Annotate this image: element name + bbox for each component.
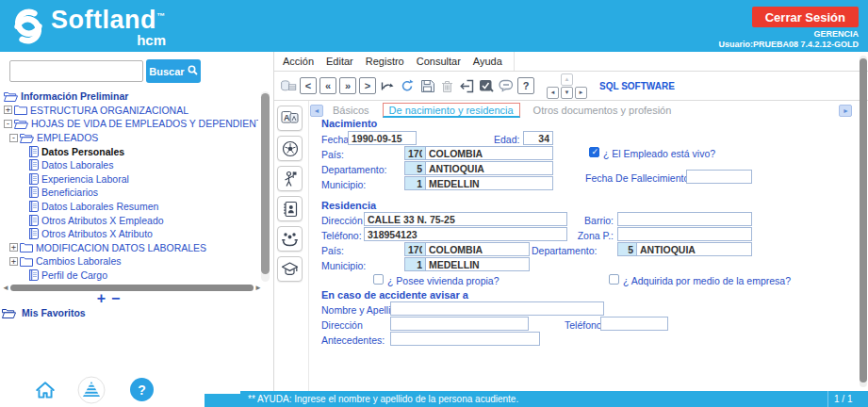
pad-left-icon[interactable]: ◄ <box>547 87 559 99</box>
tab-otros-documentos[interactable]: Otros documentos y profesión <box>524 104 681 117</box>
expand-icon[interactable]: + <box>9 257 18 266</box>
tree-item-1[interactable]: +ESTRUCTURA ORGANIZACIONAL <box>2 104 258 118</box>
municipio-nacimiento-name-input[interactable] <box>425 176 553 190</box>
hobbies-icon[interactable] <box>277 166 303 191</box>
pais-nacimiento-code-input[interactable] <box>404 146 426 160</box>
tab-basicos[interactable]: Básicos <box>323 104 379 117</box>
tree-item-10[interactable]: Otros Atributos X Atributo <box>2 227 258 241</box>
scroll-right-icon[interactable]: ► <box>254 284 262 292</box>
expand-icon[interactable]: + <box>4 106 12 114</box>
scrollbar-thumb[interactable] <box>860 58 867 383</box>
tab-scroll-left-icon[interactable]: ◄ <box>310 105 323 117</box>
approve-icon[interactable] <box>478 77 495 94</box>
nombre-apellido-input[interactable] <box>390 301 604 316</box>
first-record-icon[interactable]: « <box>319 77 336 94</box>
telefono-accidente-input[interactable] <box>600 317 668 331</box>
tree-item-0[interactable]: Información Preliminar <box>2 90 258 104</box>
expand-all-button[interactable]: + <box>94 290 108 306</box>
contacts-icon[interactable] <box>277 196 303 221</box>
municipio-residencia-code-input[interactable] <box>404 257 426 271</box>
collapse-icon[interactable]: - <box>9 134 18 142</box>
exit-icon[interactable] <box>458 77 475 94</box>
doc-icon <box>28 146 39 157</box>
fecha-nacimiento-input[interactable] <box>348 131 417 145</box>
nav-tree: Información Preliminar+ESTRUCTURA ORGANI… <box>2 90 258 283</box>
tree-item-6[interactable]: Experiencia Laboral <box>2 172 258 187</box>
tree-item-9[interactable]: Otros Atributos X Empleado <box>2 213 258 227</box>
pais-residencia-code-input[interactable] <box>404 242 426 256</box>
pyramid-icon[interactable] <box>77 376 106 407</box>
edad-input[interactable] <box>523 131 553 145</box>
tree-item-2[interactable]: -HOJAS DE VIDA DE EMPLEADOS Y DEPENDIENT… <box>2 117 258 131</box>
tree-item-label: ESTRUCTURA ORGANIZACIONAL <box>30 105 188 116</box>
alive-checkbox[interactable] <box>589 147 599 157</box>
help-circle-icon[interactable] <box>130 378 154 401</box>
search-button[interactable]: Buscar <box>146 59 201 83</box>
menu-editar[interactable]: Editar <box>326 56 353 67</box>
tree-item-8[interactable]: Datos Laborales Resumen <box>2 200 258 214</box>
doc-icon <box>28 201 39 212</box>
tree-item-11[interactable]: +MODIFICACION DATOS LABORALES <box>2 241 258 255</box>
tree-item-4[interactable]: Datos Personales <box>2 144 258 158</box>
goto-record-icon[interactable] <box>379 77 396 94</box>
prev-record-icon[interactable]: < <box>300 77 317 94</box>
adquirida-empresa-checkbox[interactable] <box>609 274 619 285</box>
main-vertical-scrollbar[interactable] <box>860 56 867 387</box>
pad-right-icon[interactable]: ► <box>575 87 587 99</box>
municipio-nacimiento-code-input[interactable] <box>404 176 426 190</box>
tree-item-13[interactable]: Perfil de Cargo <box>2 269 258 283</box>
comment-icon[interactable] <box>498 77 515 94</box>
logout-button[interactable]: Cerrar Sesión <box>752 7 859 27</box>
sports-icon[interactable] <box>277 136 303 161</box>
favorites-item[interactable]: Mis Favoritos <box>2 307 86 318</box>
tab-scroll-right-icon[interactable]: ► <box>839 105 852 117</box>
expand-icon[interactable]: + <box>9 243 18 252</box>
home-icon[interactable] <box>34 380 57 404</box>
zona-input[interactable] <box>617 227 752 241</box>
barrio-input[interactable] <box>617 212 752 226</box>
tree-item-7[interactable]: Beneficiarios <box>2 186 258 200</box>
pad-down-icon[interactable]: ▼ <box>561 87 573 99</box>
refresh-icon[interactable] <box>399 77 416 94</box>
education-icon[interactable] <box>277 256 303 282</box>
direccion-input[interactable] <box>364 212 567 226</box>
tree-item-3[interactable]: -EMPLEADOS <box>2 131 258 145</box>
tree-item-label: Información Preliminar <box>21 90 128 102</box>
languages-icon[interactable]: A <box>277 106 303 131</box>
vivienda-propia-checkbox[interactable] <box>373 274 384 285</box>
municipio-residencia-name-input[interactable] <box>425 257 530 271</box>
tree-item-label: Datos Laborales <box>41 159 113 171</box>
direccion-label: Dirección <box>321 215 363 226</box>
departamento-residencia-name-input[interactable] <box>636 242 752 256</box>
collapse-icon[interactable]: - <box>4 120 12 128</box>
direccion-accidente-input[interactable] <box>390 317 529 331</box>
collapse-all-button[interactable]: − <box>108 290 123 306</box>
menu-ayuda[interactable]: Ayuda <box>473 56 502 67</box>
menu-consultar[interactable]: Consultar <box>417 56 461 67</box>
tree-item-12[interactable]: +Cambios Laborales <box>2 254 258 269</box>
save-icon[interactable] <box>418 77 435 94</box>
pais-nacimiento-name-input[interactable] <box>425 146 553 160</box>
fallecimiento-input[interactable] <box>686 170 752 184</box>
delete-icon[interactable] <box>438 77 455 94</box>
tab-nacimiento-residencia[interactable]: De nacimiento y residencia <box>383 103 520 118</box>
departamento-residencia-code-input[interactable] <box>617 242 637 256</box>
last-record-icon[interactable]: » <box>339 77 356 94</box>
departamento-nacimiento-code-input[interactable] <box>404 161 426 175</box>
scrollbar-thumb[interactable] <box>261 93 270 274</box>
alive-label: ¿ El Empleado está vivo? <box>603 148 715 159</box>
sidebar-vertical-scrollbar[interactable] <box>261 91 270 282</box>
records-grid-icon[interactable] <box>280 77 297 94</box>
pad-up-icon[interactable]: ▲ <box>561 73 573 86</box>
search-input[interactable] <box>9 60 143 82</box>
next-record-icon[interactable]: > <box>359 77 376 94</box>
antecedentes-input[interactable] <box>390 332 540 346</box>
family-icon[interactable] <box>277 226 303 252</box>
departamento-nacimiento-name-input[interactable] <box>425 161 553 175</box>
pais-residencia-name-input[interactable] <box>425 242 530 256</box>
tree-item-5[interactable]: Datos Laborales <box>2 158 258 172</box>
menu-accion[interactable]: Acción <box>283 56 314 67</box>
help-icon[interactable]: ? <box>517 77 534 94</box>
telefono-input[interactable] <box>364 227 567 241</box>
menu-registro[interactable]: Registro <box>366 56 404 67</box>
